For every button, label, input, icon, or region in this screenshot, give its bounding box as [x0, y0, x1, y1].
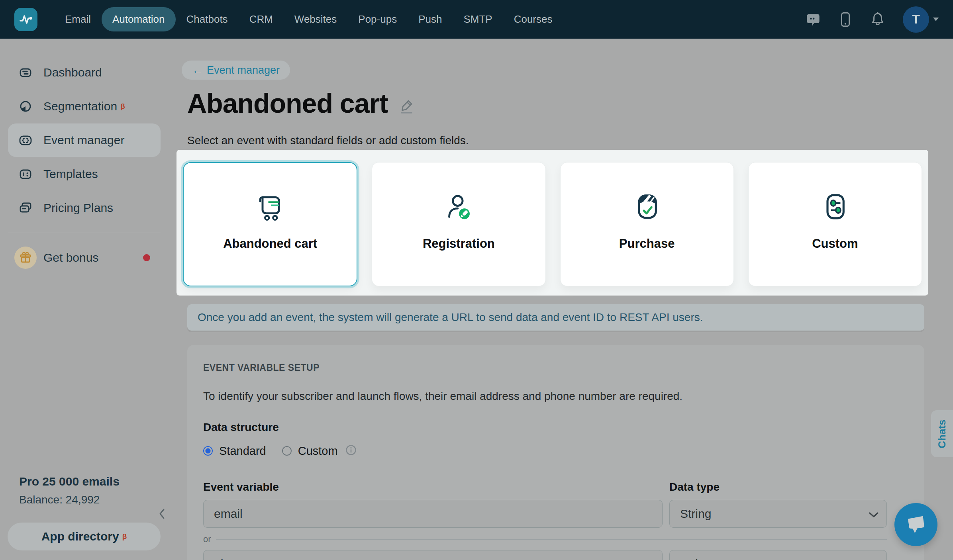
or-divider-line: [216, 539, 887, 540]
event-variable-setup-card: EVENT VARIABLE SETUP To identify your su…: [187, 345, 924, 560]
avatar-initial: T: [912, 12, 920, 27]
data-type-select-phone[interactable]: String: [669, 550, 887, 560]
brand-logo[interactable]: [14, 8, 37, 31]
chats-side-tab[interactable]: Chats: [931, 410, 953, 457]
card-label: Abandoned cart: [223, 237, 317, 251]
event-variable-input-email[interactable]: [203, 500, 663, 528]
sidebar-menu: Dashboard Segmentation β: [0, 39, 176, 274]
templates-icon: [19, 167, 32, 181]
sidebar: Dashboard Segmentation β: [0, 39, 176, 560]
live-chat-button[interactable]: [894, 503, 937, 546]
sidebar-item-dashboard[interactable]: Dashboard: [8, 56, 161, 89]
pricing-plans-icon: [19, 201, 32, 215]
nav-item-automation[interactable]: Automation: [102, 7, 176, 31]
app-directory-button[interactable]: App directory β: [8, 523, 161, 550]
main-content: ← Event manager Abandoned cart Select an…: [176, 39, 953, 560]
remove-variable-button[interactable]: ✕: [894, 550, 910, 560]
sidebar-item-get-bonus[interactable]: Get bonus: [8, 241, 161, 274]
avatar: T: [903, 6, 929, 33]
back-arrow-icon: ←: [192, 64, 203, 76]
info-icon[interactable]: [345, 444, 357, 458]
nav-item-chatbots[interactable]: Chatbots: [176, 7, 239, 31]
dashboard-icon: [19, 66, 32, 79]
back-to-event-manager-link[interactable]: ← Event manager: [182, 61, 290, 80]
radio-unselected-icon: [282, 446, 292, 456]
data-type-select-email[interactable]: String: [669, 500, 887, 528]
radio-label: Standard: [219, 444, 266, 458]
nav-item-push[interactable]: Push: [408, 7, 453, 31]
sidebar-item-label: Get bonus: [43, 251, 98, 264]
sidebar-item-segmentation[interactable]: Segmentation β: [8, 90, 161, 123]
gift-icon: [14, 247, 37, 269]
card-label: Registration: [423, 237, 495, 251]
page-title: Abandoned cart: [187, 88, 388, 118]
card-label: Custom: [812, 237, 858, 251]
beta-badge: β: [122, 532, 127, 541]
nav-item-courses[interactable]: Courses: [503, 7, 563, 31]
back-link-label: Event manager: [207, 64, 280, 76]
sidebar-item-event-manager[interactable]: Event manager: [8, 123, 161, 157]
section-title: EVENT VARIABLE SETUP: [203, 362, 908, 373]
sidebar-item-label: Pricing Plans: [43, 201, 113, 215]
radio-option-standard[interactable]: Standard: [203, 444, 266, 458]
sidebar-item-templates[interactable]: Templates: [8, 157, 161, 191]
select-chevron-icon: [869, 557, 878, 560]
event-card-custom[interactable]: Custom: [748, 162, 922, 286]
nav-item-popups[interactable]: Pop-ups: [347, 7, 408, 31]
or-separator: or: [203, 534, 910, 544]
app-screen: Email Automation Chatbots CRM Websites P…: [0, 0, 953, 560]
beta-badge: β: [120, 102, 125, 111]
edit-title-icon[interactable]: [398, 98, 415, 116]
chat-bubble-icon: [905, 513, 927, 536]
sidebar-item-label: Segmentation: [43, 100, 117, 113]
sidebar-item-pricing-plans[interactable]: Pricing Plans: [8, 191, 161, 225]
sidebar-divider: [8, 233, 161, 233]
segmentation-icon: [19, 100, 32, 113]
page-title-row: Abandoned cart: [187, 88, 415, 118]
account-menu[interactable]: T: [903, 6, 939, 33]
data-type-column-label: Data type: [669, 481, 887, 493]
mobile-app-icon[interactable]: [838, 12, 853, 27]
select-chevron-icon: [869, 507, 878, 521]
nav-item-email[interactable]: Email: [54, 7, 102, 31]
data-structure-label: Data structure: [203, 421, 908, 434]
sidebar-item-label: Event manager: [43, 133, 124, 147]
nav-right-cluster: T: [806, 6, 939, 33]
plan-name: Pro 25 000 emails: [19, 475, 120, 488]
radio-selected-icon: [203, 446, 213, 456]
balance-label: Balance: 24,992: [19, 493, 100, 506]
top-navbar: Email Automation Chatbots CRM Websites P…: [0, 0, 953, 39]
variables-grid: Event variable Data type String ✕ or: [203, 481, 908, 560]
registration-icon: [443, 192, 474, 222]
event-variable-input-phone[interactable]: [203, 550, 663, 560]
selected-data-type: String: [680, 507, 711, 521]
event-type-cards-row: Abandoned cart Registration: [176, 150, 928, 296]
main-nav: Email Automation Chatbots CRM Websites P…: [54, 7, 563, 31]
event-variable-column-label: Event variable: [203, 481, 663, 493]
purchase-icon: [632, 192, 662, 222]
event-card-purchase[interactable]: Purchase: [560, 162, 734, 286]
or-label: or: [203, 534, 211, 544]
notification-dot: [143, 254, 150, 261]
sidebar-item-label: Templates: [43, 167, 98, 181]
section-description: To identify your subscriber and launch f…: [203, 390, 908, 403]
app-directory-label: App directory: [41, 530, 119, 543]
event-manager-icon: [19, 133, 32, 147]
data-structure-options: Standard Custom: [203, 444, 908, 458]
event-card-abandoned-cart[interactable]: Abandoned cart: [183, 162, 357, 286]
sidebar-collapse-chevron[interactable]: [158, 508, 166, 521]
radio-label: Custom: [298, 444, 338, 458]
radio-option-custom[interactable]: Custom: [282, 444, 338, 458]
nav-item-websites[interactable]: Websites: [284, 7, 347, 31]
sidebar-item-label: Dashboard: [43, 66, 102, 79]
nav-item-smtp[interactable]: SMTP: [453, 7, 503, 31]
nav-item-crm[interactable]: CRM: [239, 7, 284, 31]
event-card-registration[interactable]: Registration: [372, 162, 545, 286]
notifications-bell-icon[interactable]: [870, 12, 885, 27]
custom-icon: [820, 192, 850, 222]
pulse-logo-icon: [19, 12, 33, 27]
chats-tab-label: Chats: [936, 419, 948, 448]
card-label: Purchase: [619, 237, 675, 251]
api-info-banner: Once you add an event, the system will g…: [187, 304, 924, 331]
support-chat-icon[interactable]: [806, 12, 821, 27]
